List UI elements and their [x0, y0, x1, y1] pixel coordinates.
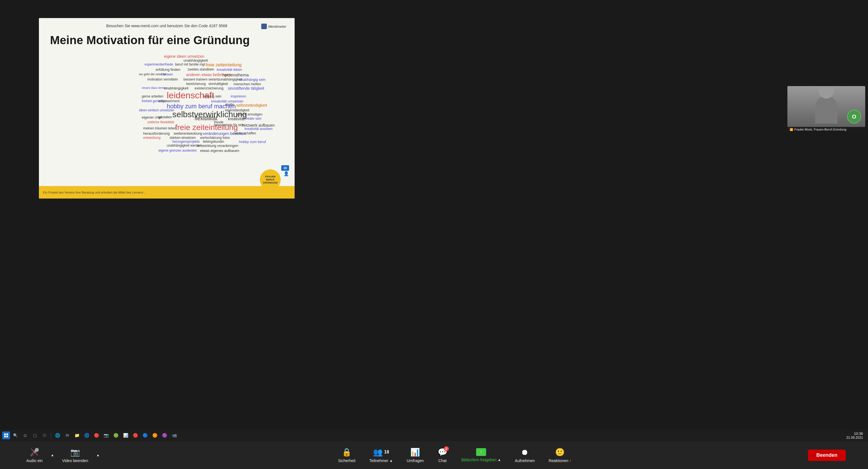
participants-btn[interactable]: 👥 18 Teilnehmer ▲: [365, 445, 397, 465]
app5-icon[interactable]: 🔴: [131, 431, 140, 440]
word-cloud-word: kreativität: [228, 116, 245, 121]
word-cloud-word: eigene grenzen austesten: [158, 148, 197, 153]
participants-icon-group: 👥 18: [373, 447, 389, 457]
cortana-icon[interactable]: ◯: [30, 431, 39, 440]
end-controls: Beenden: [808, 449, 846, 461]
participants-slide-icon: 👤: [283, 171, 289, 176]
info-icon[interactable]: ⓘ: [40, 431, 49, 440]
word-cloud-word: eigene ideen umsetzen: [164, 54, 204, 59]
word-cloud-word: hobby zum beruf: [239, 140, 266, 144]
polls-btn[interactable]: 📊 Umfragen: [402, 445, 428, 465]
reactions-btn[interactable]: 🙂 Reaktionen ↑: [545, 445, 575, 465]
word-cloud-word: kreativ sein: [245, 116, 261, 121]
app4-icon[interactable]: 📊: [121, 431, 130, 440]
word-cloud-word: herausforderung: [143, 131, 169, 135]
reactions-label-group: Reaktionen ↑: [549, 459, 571, 463]
audio-label: Audio ein: [26, 459, 42, 463]
word-cloud-word: andere ermutigen: [236, 112, 262, 116]
participant-avatar: O: [847, 110, 861, 124]
participants-label: Teilnehmer: [369, 459, 388, 463]
word-cloud-word: liebingskundin: [203, 140, 224, 143]
frauen-logo-text: FRAUENBERUFGRÜNDUNG: [263, 175, 278, 184]
end-call-button[interactable]: Beenden: [808, 449, 846, 461]
audio-caret[interactable]: ▲: [49, 452, 56, 459]
signal-icon: 📶: [789, 128, 793, 131]
slide-title: Meine Motivation für eine Gründung: [39, 34, 294, 47]
word-cloud-word: zweites standbein: [188, 67, 214, 71]
word-cloud: eigene ideen umsetzenunabhängigkeitexper…: [39, 54, 294, 176]
word-cloud-word: herzogensprojekte: [172, 140, 200, 143]
clock: 10:36: [846, 432, 863, 436]
time-display: 10:36 21.09.2021: [846, 432, 866, 440]
participants-icon: 👥: [373, 447, 383, 457]
mail-icon[interactable]: ✉: [63, 431, 72, 440]
word-cloud-word: weiterentwicklung: [174, 131, 202, 135]
word-cloud-word: unabhängig sein: [239, 77, 266, 81]
word-cloud-word: gerne arbeiten: [142, 94, 163, 98]
chrome-icon[interactable]: 🌐: [53, 431, 62, 440]
polls-icon: 📊: [410, 447, 420, 457]
av-controls: 🎤 Audio ein ▲ 📷 Video beenden ▲: [22, 445, 101, 465]
word-cloud-word: unabhängigkeit: [183, 58, 208, 63]
word-cloud-word: neues schaffen: [234, 131, 256, 135]
word-cloud-word: freie zeiteinteilung: [206, 63, 242, 67]
video-off-icon: 📷: [70, 447, 80, 457]
share-screen-btn[interactable]: ↑ Bildschirm freigeben ▲: [457, 446, 505, 464]
edge-icon[interactable]: 🌀: [82, 431, 91, 440]
win-taskbar: 🔍 ⊡ ◯ ⓘ 🌐 ✉ 📁 🌀 🔴 📷 🟢 📊 🔴 🔵 🟠 🟣 📹 10:36 …: [0, 430, 868, 441]
video-icon-wrapper: 📷: [70, 447, 80, 457]
app7-icon[interactable]: 🟠: [150, 431, 159, 440]
mentimeter-icon: [261, 24, 267, 29]
video-caret[interactable]: ▲: [94, 452, 101, 459]
chat-btn[interactable]: 💬 2 Chat: [434, 445, 452, 465]
chat-icon-wrapper: 💬 2: [438, 447, 447, 457]
word-cloud-word: experimentierfriede: [145, 63, 173, 66]
word-cloud-word: frei sein: [161, 72, 173, 76]
chat-badge: 2: [444, 446, 449, 451]
center-controls: 🔒 Sicherheit 👥 18 Teilnehmer ▲ 📊 Umfrage…: [334, 445, 575, 465]
mentimeter-logo: Mentimeter: [261, 24, 286, 29]
security-btn[interactable]: 🔒 Sicherheit: [334, 445, 360, 465]
word-cloud-word: unabhängigkeit werden: [167, 143, 201, 147]
svg-rect-3: [6, 436, 8, 437]
audio-btn[interactable]: 🎤 Audio ein: [22, 445, 47, 465]
security-icon: 🔒: [342, 447, 351, 457]
search-taskbar-icon[interactable]: 🔍: [11, 431, 20, 440]
word-cloud-word: beruf mit familie mgl: [175, 63, 205, 66]
slide-header: Besuchen Sie www.menti.com und benutzen …: [39, 18, 294, 34]
start-button[interactable]: [2, 432, 10, 439]
share-screen-icon: ↑: [476, 448, 486, 456]
participant-name-bar: 📶 Frauke Mock, Frauen-Beruf-Gründung: [787, 127, 865, 132]
word-cloud-word: entwicklung: [143, 136, 161, 140]
app3-icon[interactable]: 🟢: [112, 431, 120, 440]
share-label: Bildschirm freigeben: [461, 458, 497, 462]
participant-name: Frauke Mock, Frauen-Beruf-Gründung: [794, 128, 846, 131]
video-label: Video beenden: [62, 459, 88, 463]
chat-label: Chat: [438, 459, 447, 463]
zoom-icon[interactable]: 📹: [170, 431, 179, 440]
app1-icon[interactable]: 🔴: [92, 431, 101, 440]
slide-url-text: Besuchen Sie www.menti.com und benutzen …: [50, 24, 283, 28]
svg-rect-0: [4, 433, 6, 435]
word-cloud-word: wertschätzung fotos: [200, 136, 230, 140]
word-cloud-word: empowerment: [158, 99, 180, 103]
word-cloud-word: bereicherung: [186, 82, 206, 86]
word-cloud-word: etwas eigenes aufbauen: [200, 148, 239, 153]
taskbar-sep-1: [51, 433, 51, 438]
app6-icon[interactable]: 🔵: [141, 431, 150, 440]
word-cloud-word: bessere trainern sein: [183, 77, 215, 81]
record-label: Aufnehmen: [515, 459, 535, 463]
app8-icon[interactable]: 🟣: [160, 431, 169, 440]
task-view-icon[interactable]: ⊡: [21, 431, 29, 440]
app2-icon[interactable]: 📷: [102, 431, 111, 440]
word-cloud-word: sinnstiftende tätigkeit: [228, 86, 264, 91]
reactions-caret: ↑: [569, 459, 571, 463]
video-btn[interactable]: 📷 Video beenden: [58, 445, 92, 465]
record-btn[interactable]: ⏺ Aufnehmen: [510, 445, 539, 465]
mentimeter-text: Mentimeter: [268, 25, 286, 29]
word-cloud-word: selbstständigkeit: [236, 103, 267, 107]
word-cloud-word: kreativität leben: [217, 67, 242, 72]
svg-rect-1: [6, 433, 8, 435]
folder-icon[interactable]: 📁: [72, 431, 82, 440]
participants-caret: ▲: [390, 459, 393, 463]
